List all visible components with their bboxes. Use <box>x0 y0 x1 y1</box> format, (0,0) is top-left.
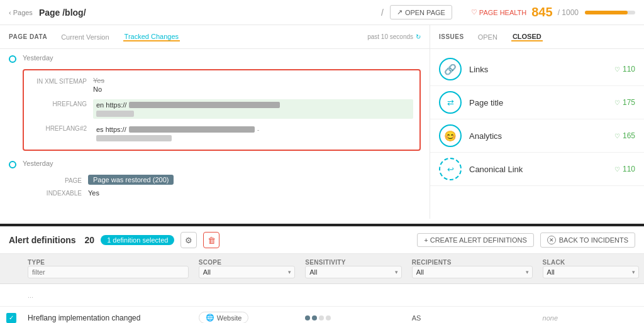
trash-button[interactable]: 🗑 <box>203 232 219 248</box>
alert-table: TYPE SCOPE All ▾ SENSITIVITY All ▾ RECIP… <box>0 254 644 323</box>
back-to-pages-link[interactable]: Pages <box>9 9 33 16</box>
field-label-xml-sitemap: IN XML SITEMAP <box>30 77 87 85</box>
page-health-label: ♡ PAGE HEALTH <box>471 8 526 16</box>
dot-3 <box>319 315 324 320</box>
past-seconds: past 10 seconds ↻ <box>367 33 421 40</box>
col-type-label: TYPE <box>28 259 189 266</box>
timeline-label-2: Yesterday <box>23 160 53 167</box>
sensitivity-select[interactable]: All ▾ <box>305 266 401 278</box>
col-sensitivity-label: SENSITIVITY <box>305 259 401 266</box>
table-row[interactable]: ✓ Hreflang implementation changed 🌐 Webs… <box>0 307 644 323</box>
dot-2 <box>312 315 317 320</box>
page-field-label: PAGE <box>31 176 82 184</box>
page-data-label: PAGE DATA <box>9 33 47 40</box>
sensitivity-dots <box>305 315 401 320</box>
recipients-value: AS <box>412 314 421 322</box>
hreflang2-new: es https://- <box>93 124 413 143</box>
issue-score-analytics: ♡ 165 <box>614 131 635 140</box>
changed-data-box: IN XML SITEMAP Yes No HREFLANG en https:… <box>23 69 421 151</box>
timeline-dot-2 <box>9 161 16 168</box>
issue-score-canonical: ♡ 110 <box>614 165 635 173</box>
timeline-label: Yesterday <box>23 54 53 62</box>
field-label-hreflang2: HREFLANG#2 <box>30 124 87 132</box>
alert-count: 20 <box>85 235 95 245</box>
health-score: 845 <box>531 5 552 19</box>
page-title-icon: ⇄ <box>439 91 462 114</box>
field-old-value: Yes <box>93 77 413 84</box>
hreflang-new: en https:// <box>93 99 413 119</box>
indexable-value: Yes <box>88 189 99 197</box>
globe-icon: 🌐 <box>206 314 214 322</box>
col-recipients-label: RECIPIENTS <box>412 259 533 266</box>
col-slack-label: SLACK <box>543 259 639 266</box>
field-label-hreflang: HREFLANG <box>30 99 87 107</box>
scope-select[interactable]: All ▾ <box>199 266 295 278</box>
tab-tracked-changes[interactable]: Tracked Changes <box>123 33 180 41</box>
health-bar <box>585 11 635 14</box>
issue-name-canonical: Canonical Link <box>469 165 607 174</box>
issue-name-analytics: Analytics <box>469 131 607 141</box>
heart-icon: ♡ <box>471 8 477 16</box>
health-bar-fill <box>585 11 628 14</box>
row-name: Hreflang implementation changed <box>28 314 140 322</box>
external-link-icon: ↗ <box>397 8 402 16</box>
issue-name-links: Links <box>469 65 607 74</box>
x-icon: ✕ <box>547 236 556 244</box>
timeline-dot <box>9 55 16 63</box>
issue-score-page-title: ♡ 175 <box>614 98 635 107</box>
dot-4 <box>326 315 331 320</box>
page-url: Page /blog/ <box>39 8 375 18</box>
health-max: / 1000 <box>558 8 579 17</box>
partial-row: ... <box>0 284 644 307</box>
issue-item-page-title[interactable]: ⇄ Page title ♡ 175 <box>430 86 644 119</box>
issues-list: 🔗 Links ♡ 110 ⇄ Page title ♡ 175 <box>430 49 644 190</box>
indexable-field-label: INDEXABLE <box>31 189 82 197</box>
dot-1 <box>305 315 310 320</box>
field-new-value: No <box>93 85 413 93</box>
type-filter-input[interactable] <box>28 266 189 278</box>
refresh-icon[interactable]: ↻ <box>416 33 421 40</box>
analytics-icon: 😊 <box>439 124 462 147</box>
gear-button[interactable]: ⚙ <box>180 232 197 248</box>
tab-open[interactable]: OPEN <box>477 33 499 41</box>
link-icon: 🔗 <box>439 58 462 80</box>
slack-select[interactable]: All ▾ <box>543 266 639 278</box>
open-page-button[interactable]: ↗ OPEN PAGE <box>390 5 452 19</box>
col-scope-label: SCOPE <box>199 259 295 266</box>
alert-definitions-title: Alert definitions <box>9 235 76 245</box>
slack-value: none <box>543 314 558 322</box>
canonical-icon: ↩ <box>439 158 462 180</box>
recipients-select[interactable]: All ▾ <box>412 266 533 278</box>
back-to-incidents-button[interactable]: ✕ BACK TO INCIDENTS <box>540 233 635 248</box>
scope-badge: 🌐 Website <box>199 312 249 323</box>
tab-closed[interactable]: CLOSED <box>511 33 543 41</box>
issue-item-links[interactable]: 🔗 Links ♡ 110 <box>430 53 644 86</box>
issue-score-links: ♡ 110 <box>614 65 635 74</box>
page-restored-badge: Page was restored (200) <box>88 175 174 185</box>
row-checkbox[interactable]: ✓ <box>6 313 16 323</box>
issue-item-canonical[interactable]: ↩ Canonical Link ♡ 110 <box>430 153 644 186</box>
issue-item-analytics[interactable]: 😊 Analytics ♡ 165 <box>430 119 644 153</box>
selected-badge: 1 definition selected <box>101 235 174 245</box>
tab-current-version[interactable]: Current Version <box>60 33 110 41</box>
create-alert-button[interactable]: + CREATE ALERT DEFINITIONS <box>417 233 534 247</box>
issue-name-page-title: Page title <box>469 98 607 107</box>
issues-title: ISSUES <box>439 33 464 40</box>
